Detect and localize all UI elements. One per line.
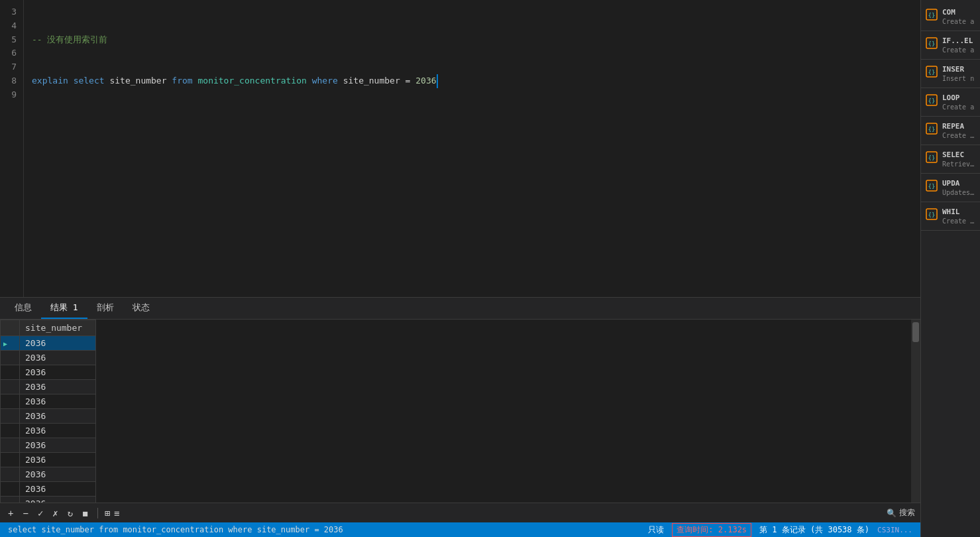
cell-site-number[interactable]: 2036 bbox=[20, 409, 96, 424]
table-row[interactable]: ▶2036 bbox=[1, 336, 96, 351]
search-icon: 🔍 bbox=[887, 508, 897, 518]
line-numbers: 3 4 5 6 7 8 9 bbox=[0, 0, 24, 297]
cell-site-number[interactable]: 2036 bbox=[20, 336, 96, 351]
table-row[interactable]: 2036 bbox=[1, 453, 96, 467]
svg-text:{}: {} bbox=[928, 154, 936, 161]
cell-site-number[interactable]: 2036 bbox=[20, 497, 96, 503]
cell-site-number[interactable]: 2036 bbox=[20, 351, 96, 365]
snippet-icon-3: {} bbox=[925, 93, 938, 107]
snippet-title-4: REPEA bbox=[942, 122, 976, 131]
table-row[interactable]: 2036 bbox=[1, 351, 96, 365]
snippet-icon-0: {} bbox=[925, 8, 938, 21]
remove-row-button[interactable]: − bbox=[20, 507, 30, 520]
row-indicator bbox=[1, 467, 20, 482]
toolbar-divider bbox=[97, 508, 98, 518]
code-line-6 bbox=[32, 157, 912, 171]
cell-site-number[interactable]: 2036 bbox=[20, 394, 96, 409]
table-row[interactable]: 2036 bbox=[1, 365, 96, 380]
watermark: CS3IN... bbox=[877, 526, 912, 534]
code-line-4: explain select site_number from monitor_… bbox=[32, 74, 912, 88]
table-row[interactable]: 2036 bbox=[1, 497, 96, 503]
snippet-text-6: UPDAUpdates of existi the nam with ne bbox=[942, 179, 976, 196]
column-site-number[interactable]: site_number bbox=[20, 320, 96, 336]
row-indicator bbox=[1, 497, 20, 503]
svg-text:{}: {} bbox=[928, 97, 936, 104]
refresh-button[interactable]: ↻ bbox=[65, 507, 76, 520]
add-row-button[interactable]: + bbox=[5, 507, 16, 520]
code-line-5 bbox=[32, 115, 912, 129]
code-line-8 bbox=[32, 240, 912, 254]
snippet-icon-5: {} bbox=[925, 150, 938, 164]
status-left: select site_number from monitor_concentr… bbox=[8, 525, 343, 534]
snippet-item-3[interactable]: {} LOOPCreate a bbox=[921, 88, 980, 117]
tabs-bar: 信息 结果 1 剖析 状态 bbox=[0, 298, 920, 320]
cell-site-number[interactable]: 2036 bbox=[20, 365, 96, 380]
confirm-button[interactable]: ✓ bbox=[35, 507, 46, 520]
snippet-title-3: LOOP bbox=[942, 93, 976, 102]
code-editor[interactable]: -- 没有使用索引前 explain select site_number fr… bbox=[24, 0, 920, 297]
row-indicator bbox=[1, 482, 20, 497]
search-box[interactable]: 🔍 搜索 bbox=[887, 507, 915, 518]
grid-icon[interactable]: ⊞ bbox=[105, 508, 110, 518]
cell-site-number[interactable]: 2036 bbox=[20, 453, 96, 467]
snippet-text-4: REPEACreate A construStatemerepeatedsear… bbox=[942, 122, 976, 139]
sql-statement: select site_number from monitor_concentr… bbox=[8, 525, 343, 534]
row-indicator: ▶ bbox=[1, 336, 20, 351]
list-icon[interactable]: ≡ bbox=[114, 508, 119, 518]
table-row[interactable]: 2036 bbox=[1, 424, 96, 438]
tab-info[interactable]: 信息 bbox=[5, 298, 41, 319]
svg-text:{}: {} bbox=[928, 69, 936, 76]
table-row[interactable]: 2036 bbox=[1, 438, 96, 453]
row-indicator bbox=[1, 424, 20, 438]
snippet-title-2: INSER bbox=[942, 65, 976, 74]
scroll-thumb[interactable] bbox=[912, 322, 919, 342]
snippet-desc-7: Create a constru stateme a WHILI is repe… bbox=[942, 217, 976, 225]
page-info: 第 1 条记录 (共 30538 条) bbox=[759, 524, 869, 536]
snippet-desc-6: Updates of existi the nam with ne bbox=[942, 189, 976, 196]
row-indicator bbox=[1, 394, 20, 409]
table-row[interactable]: 2036 bbox=[1, 380, 96, 394]
snippet-icon-7: {} bbox=[925, 208, 938, 221]
results-scrollbar[interactable] bbox=[911, 320, 920, 503]
table-row[interactable]: 2036 bbox=[1, 409, 96, 424]
svg-text:{}: {} bbox=[928, 211, 936, 218]
snippet-icon-4: {} bbox=[925, 122, 938, 135]
cancel-button[interactable]: ✗ bbox=[50, 507, 60, 520]
snippet-title-0: COM bbox=[942, 8, 976, 17]
tab-profile[interactable]: 剖析 bbox=[87, 298, 123, 319]
right-sidebar: {} COMCreate a {} IF...ELCreate a {} INS… bbox=[920, 0, 980, 537]
tab-results[interactable]: 结果 1 bbox=[41, 298, 87, 319]
cell-site-number[interactable]: 2036 bbox=[20, 438, 96, 453]
row-indicator bbox=[1, 380, 20, 394]
table-row[interactable]: 2036 bbox=[1, 467, 96, 482]
cell-site-number[interactable]: 2036 bbox=[20, 482, 96, 497]
cell-site-number[interactable]: 2036 bbox=[20, 424, 96, 438]
snippet-item-4[interactable]: {} REPEACreate A construStatemerepeateds… bbox=[921, 117, 980, 145]
stop-button[interactable]: ◼ bbox=[80, 507, 90, 520]
snippet-item-6[interactable]: {} UPDAUpdates of existi the nam with ne bbox=[921, 174, 980, 202]
table-row[interactable]: 2036 bbox=[1, 394, 96, 409]
table-row[interactable]: 2036 bbox=[1, 482, 96, 497]
snippet-title-7: WHIL bbox=[942, 208, 976, 216]
results-panel: 信息 结果 1 剖析 状态 site_number ▶2036203620362… bbox=[0, 297, 920, 522]
svg-text:{}: {} bbox=[928, 12, 936, 19]
snippet-text-1: IF...ELCreate a bbox=[942, 36, 976, 54]
tab-status[interactable]: 状态 bbox=[123, 298, 159, 319]
cell-site-number[interactable]: 2036 bbox=[20, 467, 96, 482]
snippet-desc-1: Create a bbox=[942, 46, 976, 54]
status-right: 只读 查询时间: 2.132s 第 1 条记录 (共 30538 条) CS3I… bbox=[648, 523, 912, 537]
status-bar: select site_number from monitor_concentr… bbox=[0, 522, 920, 537]
main-content: 3 4 5 6 7 8 9 -- 没有使用索引前 explain select … bbox=[0, 0, 920, 537]
snippet-item-0[interactable]: {} COMCreate a bbox=[921, 3, 980, 31]
snippet-item-7[interactable]: {} WHILCreate a constru stateme a WHILI … bbox=[921, 202, 980, 231]
code-line-3: -- 没有使用索引前 bbox=[32, 33, 912, 47]
snippet-item-5[interactable]: {} SELECRetrieve selected or more bbox=[921, 145, 980, 174]
snippet-text-0: COMCreate a bbox=[942, 8, 976, 25]
snippet-item-2[interactable]: {} INSERInsert n bbox=[921, 60, 980, 88]
snippet-item-1[interactable]: {} IF...ELCreate a bbox=[921, 31, 980, 60]
query-time: 查询时间: 2.132s bbox=[672, 523, 751, 537]
cell-site-number[interactable]: 2036 bbox=[20, 380, 96, 394]
svg-text:{}: {} bbox=[928, 183, 936, 190]
results-table-inner[interactable]: site_number ▶203620362036203620362036203… bbox=[0, 320, 911, 503]
snippet-text-7: WHILCreate a constru stateme a WHILI is … bbox=[942, 208, 976, 225]
